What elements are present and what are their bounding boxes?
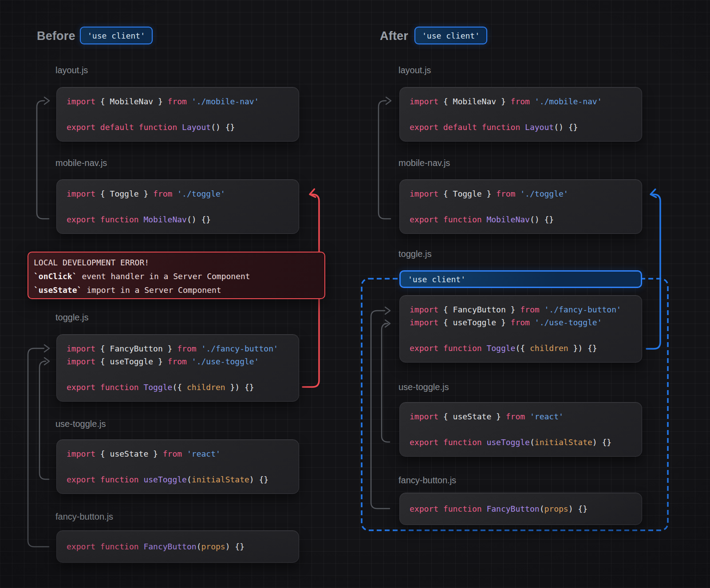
code-line: import { Toggle } from './toggle' — [67, 187, 289, 200]
code-line: import { Toggle } from './toggle' — [410, 187, 632, 200]
error-line: LOCAL DEVELOPMENT ERROR! — [34, 256, 319, 269]
use-client-badge-before-label: 'use client' — [87, 31, 145, 40]
code-line — [410, 108, 632, 121]
after-heading: After — [380, 29, 408, 43]
code-line: export function Toggle({ children }) {} — [67, 381, 289, 394]
code-block-toggle-after: import { FancyButton } from './fancy-but… — [399, 295, 642, 363]
code-line: import { useState } from 'react' — [410, 410, 632, 423]
code-line: export default function Layout() {} — [67, 121, 289, 134]
code-line: import { FancyButton } from './fancy-but… — [410, 303, 632, 316]
code-block-usetoggle-before: import { useState } from 'react' export … — [56, 439, 299, 494]
code-line: export function Toggle({ children }) {} — [410, 342, 632, 355]
use-client-directive-banner-label: 'use client' — [408, 275, 465, 284]
before-heading: Before — [37, 29, 75, 43]
file-label-fancybutton-after: fancy-button.js — [398, 475, 456, 485]
code-block-usetoggle-after: import { useState } from 'react' export … — [399, 402, 642, 457]
file-label-layout-before: layout.js — [55, 65, 88, 75]
code-line: export default function Layout() {} — [410, 121, 632, 134]
use-client-badge-after-label: 'use client' — [422, 31, 480, 40]
code-block-mobilenav-before: import { Toggle } from './toggle' export… — [56, 179, 299, 234]
code-block-layout-after: import { MobileNav } from './mobile-nav'… — [399, 87, 642, 142]
code-line — [410, 423, 632, 436]
use-client-badge-after: 'use client' — [414, 27, 487, 44]
code-line: import { MobileNav } from './mobile-nav' — [67, 95, 289, 108]
code-block-fancybutton-before: export function FancyButton(props) {} — [56, 530, 299, 563]
code-line — [410, 329, 632, 342]
code-line: import { useState } from 'react' — [67, 447, 289, 460]
code-line: export function MobileNav() {} — [67, 213, 289, 226]
use-client-badge-before: 'use client' — [80, 27, 153, 44]
file-label-mobilenav-before: mobile-nav.js — [55, 158, 107, 168]
error-line: `onClick` event handler in a Server Comp… — [34, 269, 319, 283]
file-label-usetoggle-after: use-toggle.js — [398, 382, 449, 392]
file-label-toggle-before: toggle.js — [55, 312, 89, 323]
code-block-fancybutton-after: export function FancyButton(props) {} — [399, 493, 642, 525]
file-label-usetoggle-before: use-toggle.js — [55, 418, 106, 429]
file-label-mobilenav-after: mobile-nav.js — [398, 158, 450, 168]
code-block-toggle-before: import { FancyButton } from './fancy-but… — [56, 334, 299, 402]
code-line: export function MobileNav() {} — [410, 213, 632, 226]
file-label-layout-after: layout.js — [398, 65, 431, 75]
error-box: LOCAL DEVELOPMENT ERROR!`onClick` event … — [28, 252, 325, 299]
code-block-mobilenav-after: import { Toggle } from './toggle' export… — [399, 179, 642, 234]
code-line: export function FancyButton(props) {} — [410, 502, 632, 515]
code-line: export function FancyButton(props) {} — [67, 540, 289, 553]
code-line: import { FancyButton } from './fancy-but… — [67, 342, 289, 355]
code-line — [410, 200, 632, 213]
file-label-toggle-after: toggle.js — [398, 249, 432, 259]
code-line — [67, 460, 289, 473]
code-line — [67, 108, 289, 121]
code-line — [67, 200, 289, 213]
code-line: export function useToggle(initialState) … — [67, 473, 289, 486]
diagram-canvas: Before 'use client' layout.js import { M… — [0, 0, 710, 588]
file-label-fancybutton-before: fancy-button.js — [55, 511, 113, 522]
code-line: import { useToggle } from './use-toggle' — [67, 355, 289, 368]
code-line: import { MobileNav } from './mobile-nav' — [410, 95, 632, 108]
code-block-layout-before: import { MobileNav } from './mobile-nav'… — [56, 87, 299, 142]
code-line — [67, 368, 289, 381]
code-line: export function useToggle(initialState) … — [410, 436, 632, 449]
error-line: `useState` import in a Server Component — [34, 283, 319, 297]
use-client-directive-banner: 'use client' — [399, 270, 642, 288]
code-line: import { useToggle } from './use-toggle' — [410, 316, 632, 329]
